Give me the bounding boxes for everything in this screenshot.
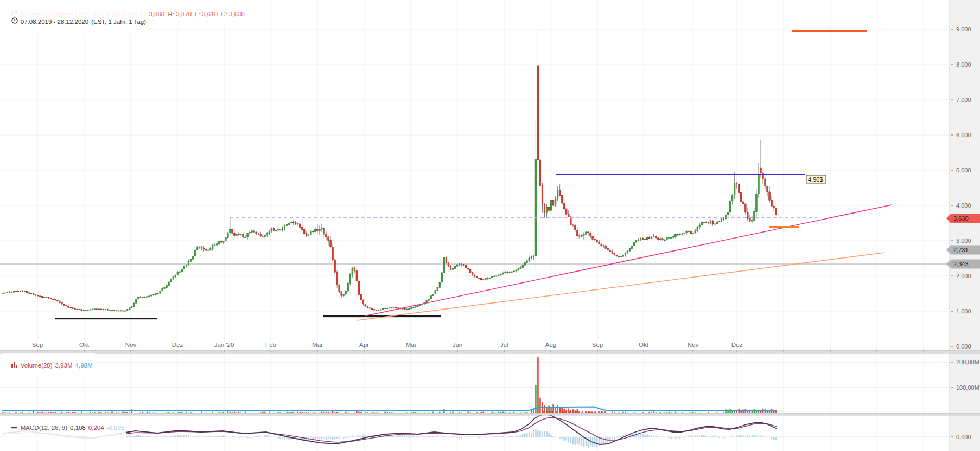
svg-text:4,000: 4,000 bbox=[956, 202, 971, 209]
price-flag: 4,90$ bbox=[806, 175, 826, 183]
volume-label: Volume(28) bbox=[21, 362, 53, 369]
macd-signal-value: 0,204 bbox=[88, 424, 104, 431]
date-range: 07.08.2019 - 28.12.2020 bbox=[21, 18, 88, 25]
macd-value: 0,108 bbox=[70, 424, 86, 431]
clock-icon bbox=[4, 10, 18, 33]
svg-text:Dez: Dez bbox=[731, 342, 743, 348]
svg-text:Mai: Mai bbox=[406, 342, 416, 348]
svg-text:0,000: 0,000 bbox=[956, 434, 971, 440]
svg-text:Mär: Mär bbox=[312, 342, 323, 348]
svg-text:2,731: 2,731 bbox=[953, 247, 969, 253]
svg-text:Jun: Jun bbox=[453, 342, 463, 348]
svg-text:Jan '20: Jan '20 bbox=[214, 342, 234, 348]
svg-text:Okt: Okt bbox=[639, 342, 649, 348]
volume-ma-value: 4,98M bbox=[75, 362, 93, 369]
macd-label: MACD(12, 26, 9) bbox=[21, 424, 67, 431]
svg-text:Okt: Okt bbox=[79, 342, 90, 348]
svg-text:Nov: Nov bbox=[688, 342, 699, 348]
svg-text:2,000: 2,000 bbox=[956, 273, 971, 279]
svg-text:Nov: Nov bbox=[125, 342, 137, 348]
svg-text:Apr: Apr bbox=[359, 342, 369, 348]
charting-app: { "header": { "instrument": { "title": "… bbox=[0, 0, 980, 451]
svg-text:3,000: 3,000 bbox=[956, 237, 971, 244]
svg-text:Aug: Aug bbox=[545, 342, 556, 348]
svg-text:9,000: 9,000 bbox=[956, 26, 971, 33]
volume-value: 3,93M bbox=[55, 362, 73, 369]
svg-text:1,000: 1,000 bbox=[956, 308, 971, 314]
svg-text:8,000: 8,000 bbox=[956, 61, 971, 68]
volume-indicator-label[interactable]: Volume(28) 3,93M 4,98M bbox=[2, 353, 95, 377]
timeframe: (EST, 1 Jahr, 1 Tag) bbox=[91, 18, 146, 25]
macd-hist-value: -0,095 bbox=[107, 424, 125, 431]
svg-text:3,630: 3,630 bbox=[953, 215, 969, 222]
svg-text:100,00M: 100,00M bbox=[956, 384, 979, 391]
svg-text:Sep: Sep bbox=[32, 342, 43, 348]
svg-text:Dez: Dez bbox=[172, 342, 183, 348]
svg-text:2,343: 2,343 bbox=[953, 261, 969, 267]
volume-bars-icon bbox=[4, 354, 18, 377]
macd-indicator-label[interactable]: MACD(12, 26, 9) 0,108 0,204 -0,095 bbox=[2, 416, 126, 440]
macd-line-icon bbox=[4, 416, 18, 439]
svg-text:4,90$: 4,90$ bbox=[808, 176, 823, 183]
svg-text:6,000: 6,000 bbox=[956, 132, 971, 138]
instrument-ohlc: O: 3,860 H: 3,870 L: 3,610 C: 3,630 bbox=[141, 10, 245, 18]
range-header: 07.08.2019 - 28.12.2020 (EST, 1 Jahr, 1 … bbox=[2, 9, 148, 34]
svg-text:Jul: Jul bbox=[500, 342, 508, 348]
svg-text:7,000: 7,000 bbox=[956, 96, 971, 103]
svg-text:0,000: 0,000 bbox=[956, 343, 971, 350]
chart-canvas[interactable]: 9,0008,0007,0006,0005,0004,0003,0002,000… bbox=[0, 0, 980, 451]
svg-text:200,00M: 200,00M bbox=[956, 359, 979, 365]
svg-text:Feb: Feb bbox=[265, 342, 276, 348]
svg-text:5,000: 5,000 bbox=[956, 167, 971, 173]
svg-text:Sep: Sep bbox=[592, 342, 603, 348]
